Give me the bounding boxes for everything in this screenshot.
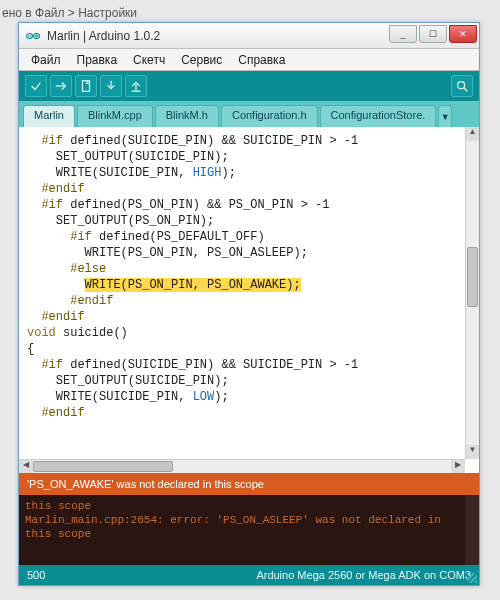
error-summary-bar: 'PS_ON_AWAKE' was not declared in this s… [19, 473, 479, 495]
tab-blinkm-cpp[interactable]: BlinkM.cpp [77, 105, 153, 127]
code-line: #if defined(SUICIDE_PIN) && SUICIDE_PIN … [27, 133, 457, 149]
code-line: WRITE(SUICIDE_PIN, HIGH); [27, 165, 457, 181]
verify-button[interactable] [25, 75, 47, 97]
menu-item-справка[interactable]: Справка [230, 51, 293, 69]
vertical-scrollbar[interactable]: ▲ ▼ [465, 127, 479, 459]
code-line: WRITE(PS_ON_PIN, PS_ON_ASLEEP); [27, 245, 457, 261]
code-line: #if defined(SUICIDE_PIN) && SUICIDE_PIN … [27, 357, 457, 373]
page-breadcrumb-fragment: ено в Файл > Настройки [2, 6, 137, 20]
horizontal-scroll-thumb[interactable] [33, 461, 173, 472]
console-line: this scope [25, 499, 473, 513]
code-line: #endif [27, 181, 457, 197]
code-editor[interactable]: #if defined(SUICIDE_PIN) && SUICIDE_PIN … [19, 127, 479, 473]
status-bar: 500 Arduino Mega 2560 or Mega ADK on COM… [19, 565, 479, 585]
menu-item-сервис[interactable]: Сервис [173, 51, 230, 69]
svg-line-11 [464, 88, 468, 92]
arduino-icon [25, 28, 41, 44]
code-line: #endif [27, 405, 457, 421]
code-line: #if defined(PS_DEFAULT_OFF) [27, 229, 457, 245]
save-button[interactable] [125, 75, 147, 97]
code-line: void suicide() [27, 325, 457, 341]
svg-point-10 [458, 82, 465, 89]
close-button[interactable]: ✕ [449, 25, 477, 43]
scroll-down-icon[interactable]: ▼ [466, 445, 479, 459]
console-output[interactable]: this scopeMarlin_main.cpp:2654: error: '… [19, 495, 479, 565]
tab-configuration-h[interactable]: Configuration.h [221, 105, 318, 127]
open-button[interactable] [100, 75, 122, 97]
code-line: SET_OUTPUT(SUICIDE_PIN); [27, 149, 457, 165]
tab-marlin[interactable]: Marlin [23, 105, 75, 127]
toolbar [19, 71, 479, 101]
tab-bar: MarlinBlinkM.cppBlinkM.hConfiguration.hC… [19, 101, 479, 127]
menu-bar: ФайлПравкаСкетчСервисСправка [19, 49, 479, 71]
code-line: #endif [27, 309, 457, 325]
status-board-port: Arduino Mega 2560 or Mega ADK on COM3 [256, 569, 471, 581]
tab-blinkm-h[interactable]: BlinkM.h [155, 105, 219, 127]
upload-button[interactable] [50, 75, 72, 97]
tab-overflow-button[interactable]: ▼ [438, 105, 452, 127]
code-line: { [27, 341, 457, 357]
code-line: WRITE(PS_ON_PIN, PS_ON_AWAKE); [27, 277, 457, 293]
scroll-right-icon[interactable]: ▶ [451, 460, 465, 473]
status-line-number: 500 [27, 569, 45, 581]
minimize-button[interactable]: _ [389, 25, 417, 43]
code-line: WRITE(SUICIDE_PIN, LOW); [27, 389, 457, 405]
resize-grip-icon[interactable] [467, 573, 477, 583]
code-line: #if defined(PS_ON_PIN) && PS_ON_PIN > -1 [27, 197, 457, 213]
code-line: #else [27, 261, 457, 277]
tab-configurationstore-[interactable]: ConfigurationStore. [320, 105, 437, 127]
code-line: SET_OUTPUT(PS_ON_PIN); [27, 213, 457, 229]
scroll-up-icon[interactable]: ▲ [466, 127, 479, 141]
new-button[interactable] [75, 75, 97, 97]
scroll-left-icon[interactable]: ◀ [19, 460, 33, 473]
vertical-scroll-thumb[interactable] [467, 247, 478, 307]
arduino-window: Marlin | Arduino 1.0.2 _ ☐ ✕ ФайлПравкаС… [18, 22, 480, 586]
console-scrollbar[interactable] [465, 495, 479, 565]
console-line: Marlin_main.cpp:2654: error: 'PS_ON_ASLE… [25, 513, 473, 541]
error-summary-text: 'PS_ON_AWAKE' was not declared in this s… [27, 478, 264, 490]
menu-item-файл[interactable]: Файл [23, 51, 69, 69]
menu-item-правка[interactable]: Правка [69, 51, 126, 69]
window-title: Marlin | Arduino 1.0.2 [47, 29, 389, 43]
code-line: #endif [27, 293, 457, 309]
serial-monitor-button[interactable] [451, 75, 473, 97]
maximize-button[interactable]: ☐ [419, 25, 447, 43]
menu-item-скетч[interactable]: Скетч [125, 51, 173, 69]
code-line: SET_OUTPUT(SUICIDE_PIN); [27, 373, 457, 389]
svg-rect-6 [83, 81, 90, 92]
horizontal-scrollbar[interactable]: ◀ ▶ [19, 459, 465, 473]
title-bar[interactable]: Marlin | Arduino 1.0.2 _ ☐ ✕ [19, 23, 479, 49]
